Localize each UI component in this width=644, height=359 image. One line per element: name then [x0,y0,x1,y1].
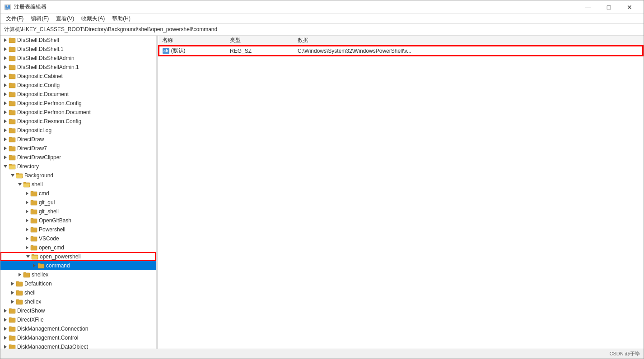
tree-node-label: DirectXFile [17,317,44,323]
expand-icon[interactable] [2,127,9,133]
expand-icon[interactable] [2,100,9,106]
expand-icon[interactable] [2,308,9,314]
expand-icon[interactable] [9,281,16,287]
svg-marker-13 [4,92,7,96]
expand-icon[interactable] [2,46,9,52]
expand-icon[interactable] [9,299,16,305]
tree-node-DirectDrawClipper[interactable]: DirectDrawClipper [0,153,156,162]
menu-item[interactable]: 文件(F) [2,14,27,23]
tree-node-cmd[interactable]: cmd [0,189,156,198]
svg-marker-32 [33,264,36,267]
tree-node-DirectDraw7[interactable]: DirectDraw7 [0,144,156,153]
tree-node-shell_dir[interactable]: shell [0,288,156,297]
expand-icon[interactable] [2,326,9,332]
folder-icon [16,298,23,305]
expand-icon[interactable] [2,55,9,61]
tree-node-DfsShell.DfsShellAdmin[interactable]: DfsShell.DfsShellAdmin [0,54,156,63]
reg-name: ab (默认) [159,46,226,56]
expand-icon[interactable] [24,190,30,197]
maximize-button[interactable]: □ [598,0,619,14]
tree-node-DfsShell.DfsShell[interactable]: DfsShell.DfsShell [0,36,156,45]
expand-icon[interactable] [2,82,9,88]
tree-node-Diagnostic.Resmon.Config[interactable]: Diagnostic.Resmon.Config [0,117,156,126]
close-button[interactable]: ✕ [619,0,640,14]
tree-node-DiskManagement.DataObject[interactable]: DiskManagement.DataObject [0,342,156,349]
menu-item[interactable]: 收藏夹(A) [78,14,108,23]
tree-node-DiskManagement.Connection[interactable]: DiskManagement.Connection [0,324,156,333]
tree-node-shell_bg[interactable]: shell [0,180,156,189]
expand-icon[interactable] [25,253,31,260]
expand-icon[interactable] [9,172,16,179]
folder-icon [9,82,16,89]
tree-node-DiagnosticLog[interactable]: DiagnosticLog [0,126,156,135]
expand-icon[interactable] [17,272,23,278]
tree-node-Diagnostic.Perfmon.Document[interactable]: Diagnostic.Perfmon.Document [0,108,156,117]
menu-item[interactable]: 查看(V) [52,14,78,23]
tree-node-DiskManagement.Control[interactable]: DiskManagement.Control [0,333,156,342]
main-window: 注册表编辑器 — □ ✕ 文件(F)编辑(E)查看(V)收藏夹(A)帮助(H) … [0,0,644,359]
expand-icon[interactable] [2,64,9,70]
tree-node-shellex_dir[interactable]: shellex [0,297,156,306]
tree-node-label: DfsShell.DfsShellAdmin.1 [17,64,79,70]
tree-node-git_shell[interactable]: git_shell [0,207,156,216]
menu-item[interactable]: 帮助(H) [108,14,134,23]
tree-node-git_gui[interactable]: git_gui [0,198,156,207]
tree-node-label: open_cmd [39,244,64,251]
window-title: 注册表编辑器 [14,3,47,11]
expand-icon[interactable] [2,163,9,170]
folder-icon [9,334,16,341]
expand-icon[interactable] [2,335,9,341]
tree-node-label: VSCode [39,235,59,242]
svg-marker-38 [4,318,7,322]
tree-node-Diagnostic.Config[interactable]: Diagnostic.Config [0,81,156,90]
folder-icon [9,145,16,152]
menu-item[interactable]: 编辑(E) [27,14,52,23]
tree-node-Background[interactable]: Background [0,171,156,180]
expand-icon[interactable] [2,91,9,97]
tree-node-Powershell[interactable]: Powershell [0,225,156,234]
expand-icon[interactable] [24,226,30,233]
tree-node-shellex[interactable]: shellex [0,270,156,279]
expand-icon[interactable] [2,317,9,323]
expand-icon[interactable] [9,290,16,296]
expand-icon[interactable] [24,199,30,206]
tree-node-label: OpenGitBash [39,217,71,224]
svg-marker-16 [4,120,7,123]
tree-node-open_powershell[interactable]: open_powershell [0,252,156,261]
svg-marker-19 [4,147,7,150]
tree-node-OpenGitBash[interactable]: OpenGitBash [0,216,156,225]
expand-icon[interactable] [24,235,30,242]
tree-node-Diagnostic.Document[interactable]: Diagnostic.Document [0,90,156,99]
tree-node-DirectXFile[interactable]: DirectXFile [0,315,156,324]
expand-icon[interactable] [2,109,9,115]
expand-icon[interactable] [24,208,30,215]
tree-node-DirectShow[interactable]: DirectShow [0,306,156,315]
expand-icon[interactable] [2,73,9,79]
tree-node-DfsShell.DfsShellAdmin.1[interactable]: DfsShell.DfsShellAdmin.1 [0,63,156,72]
minimize-button[interactable]: — [578,0,598,14]
folder-icon [23,271,30,278]
tree-node-command[interactable]: command [0,261,156,270]
tree-node-Diagnostic.Perfmon.Config[interactable]: Diagnostic.Perfmon.Config [0,99,156,108]
expand-icon[interactable] [2,344,9,349]
tree-node-DfsShell.DfsShell.1[interactable]: DfsShell.DfsShell.1 [0,45,156,54]
expand-icon[interactable] [31,262,37,269]
tree-node-DirectDraw[interactable]: DirectDraw [0,135,156,144]
expand-icon[interactable] [24,244,30,251]
expand-icon[interactable] [2,154,9,161]
expand-icon[interactable] [2,37,9,43]
expand-icon[interactable] [24,217,30,224]
table-row[interactable]: ab (默认) REG_SZC:\Windows\System32\Window… [159,46,643,56]
tree-node-Diagnostic.Cabinet[interactable]: Diagnostic.Cabinet [0,72,156,81]
tree-node-Directory[interactable]: Directory [0,162,156,171]
expand-icon[interactable] [2,136,9,143]
expand-icon[interactable] [17,181,23,188]
svg-rect-4 [5,7,10,8]
tree-node-open_cmd[interactable]: open_cmd [0,243,156,252]
expand-icon[interactable] [2,118,9,124]
svg-marker-29 [26,237,28,240]
tree-pane[interactable]: DfsShell.DfsShell DfsShell.DfsShell.1 Df… [0,36,156,349]
tree-node-DefaultIcon[interactable]: DefaultIcon [0,279,156,288]
expand-icon[interactable] [2,145,9,152]
tree-node-VSCode[interactable]: VSCode [0,234,156,243]
